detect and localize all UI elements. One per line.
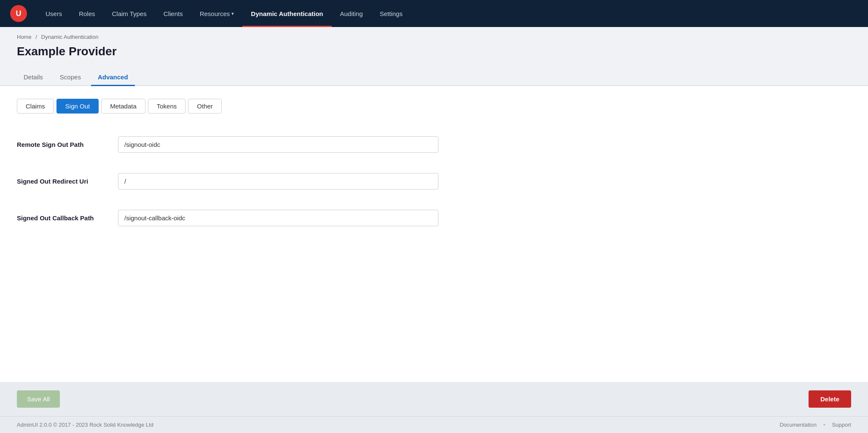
page-title: Example Provider	[17, 45, 851, 58]
navbar: U UsersRolesClaim TypesClientsResources …	[0, 0, 868, 27]
app-logo[interactable]: U	[10, 5, 27, 22]
main-tab-details[interactable]: Details	[17, 69, 50, 86]
dropdown-arrow-icon: ▾	[231, 11, 234, 16]
breadcrumb: Home / Dynamic Authentication	[17, 34, 98, 40]
breadcrumb-current: Dynamic Authentication	[41, 34, 99, 40]
form-input-signed-out-redirect-uri[interactable]	[118, 173, 438, 189]
footer-link-documentation[interactable]: Documentation	[779, 422, 816, 428]
sub-tab-tokens[interactable]: Tokens	[148, 99, 186, 114]
form-row-signed-out-callback-path: Signed Out Callback Path	[17, 200, 851, 236]
nav-item-roles[interactable]: Roles	[70, 0, 103, 27]
footer-link-support[interactable]: Support	[832, 422, 851, 428]
breadcrumb-bar: Home / Dynamic Authentication	[0, 27, 868, 42]
nav-item-users[interactable]: Users	[37, 0, 70, 27]
nav-item-auditing[interactable]: Auditing	[332, 0, 371, 27]
sub-tab-metadata[interactable]: Metadata	[101, 99, 145, 114]
sub-tab-sign-out[interactable]: Sign Out	[56, 99, 99, 114]
form-label-remote-sign-out-path: Remote Sign Out Path	[17, 141, 118, 148]
nav-item-resources[interactable]: Resources ▾	[191, 0, 243, 27]
navbar-links: UsersRolesClaim TypesClientsResources ▾D…	[37, 0, 858, 27]
form-section: Remote Sign Out PathSigned Out Redirect …	[17, 126, 851, 236]
breadcrumb-home[interactable]: Home	[17, 34, 32, 40]
form-row-remote-sign-out-path: Remote Sign Out Path	[17, 126, 851, 163]
footer-links: Documentation•Support	[779, 422, 851, 428]
content-area: ClaimsSign OutMetadataTokensOther Remote…	[0, 86, 868, 382]
form-row-signed-out-redirect-uri: Signed Out Redirect Uri	[17, 163, 851, 200]
main-tab-advanced[interactable]: Advanced	[91, 69, 135, 86]
nav-item-settings[interactable]: Settings	[371, 0, 411, 27]
footer-copyright: AdminUI 2.0.0 © 2017 - 2023 Rock Solid K…	[17, 422, 153, 428]
nav-item-claim-types[interactable]: Claim Types	[104, 0, 155, 27]
sub-tabs: ClaimsSign OutMetadataTokensOther	[17, 99, 851, 114]
form-input-remote-sign-out-path[interactable]	[118, 136, 438, 153]
nav-item-clients[interactable]: Clients	[155, 0, 191, 27]
main-tabs: DetailsScopesAdvanced	[0, 62, 868, 86]
form-label-signed-out-callback-path: Signed Out Callback Path	[17, 214, 118, 222]
main-tab-scopes[interactable]: Scopes	[53, 69, 88, 86]
footer-separator: •	[823, 422, 825, 428]
page-header: Example Provider	[0, 42, 868, 58]
sub-tab-other[interactable]: Other	[188, 99, 222, 114]
site-footer: AdminUI 2.0.0 © 2017 - 2023 Rock Solid K…	[0, 416, 868, 433]
sub-tab-claims[interactable]: Claims	[17, 99, 54, 114]
delete-button[interactable]: Delete	[809, 390, 851, 408]
nav-item-dynamic-auth[interactable]: Dynamic Authentication	[242, 0, 331, 27]
form-label-signed-out-redirect-uri: Signed Out Redirect Uri	[17, 178, 118, 185]
form-input-signed-out-callback-path[interactable]	[118, 210, 438, 226]
save-button[interactable]: Save All	[17, 390, 60, 408]
footer-actions: Save All Delete	[0, 382, 868, 416]
